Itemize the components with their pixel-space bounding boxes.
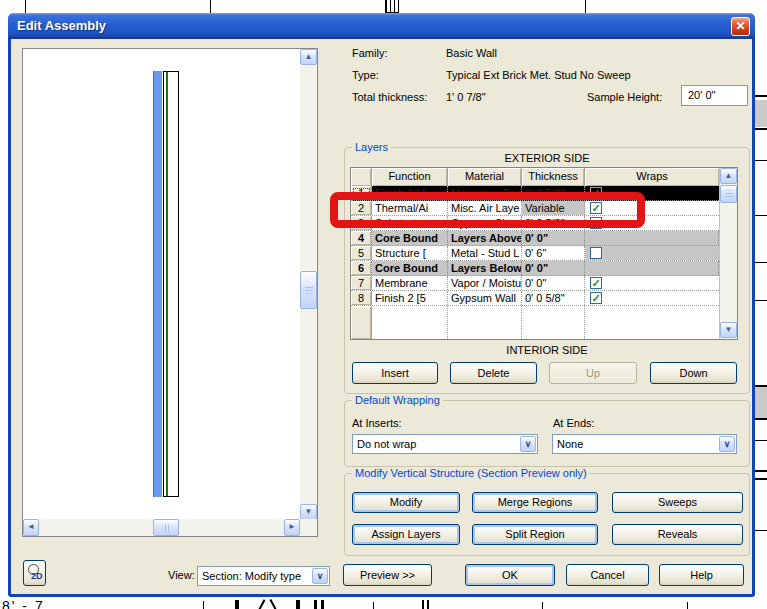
layer-row[interactable]: 4Core BoundLayers Above0' 0" <box>351 231 719 246</box>
material-cell[interactable]: Layers Above <box>448 231 522 245</box>
sweeps-button[interactable]: Sweeps <box>612 492 743 513</box>
background-symbol <box>385 0 399 13</box>
scroll-down-button[interactable]: ▼ <box>720 322 737 338</box>
scroll-thumb[interactable] <box>153 519 179 536</box>
modify-button[interactable]: Modify <box>352 492 460 513</box>
row-number-cell[interactable]: 6 <box>351 261 372 275</box>
scroll-up-button[interactable]: ▲ <box>720 168 737 184</box>
wraps-checkbox[interactable]: ✓ <box>590 277 602 289</box>
wall-layer-highlighted[interactable] <box>153 71 162 497</box>
view-dropdown[interactable]: Section: Modify type ∨ <box>197 566 330 586</box>
scroll-up-button[interactable]: ▲ <box>300 49 317 65</box>
insert-button[interactable]: Insert <box>352 362 438 384</box>
material-cell[interactable]: Gypsum Wall <box>448 291 522 305</box>
chevron-down-icon[interactable]: ∨ <box>719 436 735 452</box>
material-cell[interactable]: Metal - Stud L <box>448 246 522 260</box>
reveals-button[interactable]: Reveals <box>612 524 743 545</box>
titlebar[interactable]: Edit Assembly ✕ <box>8 13 755 39</box>
layer-row[interactable]: 8Finish 2 [5Gypsum Wall0' 0 5/8"✓ <box>351 291 719 306</box>
thickness-cell[interactable]: 0' 0 5/8" <box>522 291 585 305</box>
down-button[interactable]: Down <box>650 362 737 384</box>
header-thickness[interactable]: Thickness <box>522 168 585 186</box>
thickness-cell[interactable]: 0' 0" <box>522 231 585 245</box>
at-inserts-dropdown[interactable]: Do not wrap ∨ <box>352 434 538 454</box>
edit-assembly-dialog: Edit Assembly ✕ ▲ ▼ ◄ ► Famil <box>8 13 755 597</box>
wall-core-boundary-line <box>166 72 168 496</box>
layers-table-empty-area <box>351 306 719 339</box>
modify-vertical-label: Modify Vertical Structure (Section Previ… <box>352 467 590 479</box>
interior-side-label: INTERIOR SIDE <box>344 344 750 356</box>
header-wraps[interactable]: Wraps <box>585 168 719 186</box>
function-cell[interactable]: Finish 2 [5 <box>372 291 448 305</box>
close-icon: ✕ <box>735 19 745 33</box>
total-thickness-label: Total thickness: <box>352 91 427 103</box>
table-scrollbar[interactable]: ▲ ▼ <box>719 168 737 339</box>
wraps-cell[interactable]: ✓ <box>585 291 719 305</box>
ok-button[interactable]: OK <box>465 564 555 586</box>
thickness-cell[interactable]: 0' 0" <box>522 261 585 275</box>
scroll-down-icon: ▼ <box>725 325 733 334</box>
function-cell[interactable]: Core Bound <box>372 231 448 245</box>
layer-row[interactable]: 7MembraneVapor / Moistu0' 0"✓ <box>351 276 719 291</box>
wraps-cell[interactable] <box>585 246 719 260</box>
material-cell[interactable]: Vapor / Moistu <box>448 276 522 290</box>
at-inserts-label: At Inserts: <box>352 417 402 429</box>
layer-row[interactable]: 6Core BoundLayers Below0' 0" <box>351 261 719 276</box>
scroll-right-button[interactable]: ► <box>284 519 300 536</box>
preview-button[interactable]: Preview >> <box>343 564 432 586</box>
close-button[interactable]: ✕ <box>731 17 750 36</box>
preview-vertical-scrollbar[interactable]: ▲ ▼ <box>300 49 317 520</box>
wraps-checkbox[interactable] <box>590 247 602 259</box>
scroll-up-icon: ▲ <box>305 52 313 61</box>
wraps-cell[interactable]: ✓ <box>585 276 719 290</box>
at-ends-label: At Ends: <box>553 417 595 429</box>
scroll-thumb[interactable] <box>720 185 737 203</box>
split-region-button[interactable]: Split Region <box>472 524 598 545</box>
header-row-number[interactable] <box>351 168 372 186</box>
thickness-cell[interactable]: 0' 6" <box>522 246 585 260</box>
layer-row[interactable]: 5Structure [Metal - Stud L0' 6" <box>351 246 719 261</box>
background-band <box>755 100 767 127</box>
sample-height-input[interactable]: 20' 0" <box>681 85 748 106</box>
up-button[interactable]: Up <box>549 362 637 384</box>
wraps-cell[interactable] <box>585 261 719 275</box>
header-material[interactable]: Material <box>448 168 522 186</box>
thickness-cell[interactable]: 0' 0" <box>522 276 585 290</box>
assign-layers-button[interactable]: Assign Layers <box>352 524 460 545</box>
scroll-left-icon: ◄ <box>27 522 35 531</box>
scroll-down-icon: ▼ <box>305 507 313 516</box>
chevron-down-icon[interactable]: ∨ <box>520 436 536 452</box>
view-label: View: <box>168 569 195 581</box>
row-number-cell[interactable]: 7 <box>351 276 372 290</box>
delete-button[interactable]: Delete <box>450 362 537 384</box>
function-cell[interactable]: Membrane <box>372 276 448 290</box>
row-number-cell[interactable]: 8 <box>351 291 372 305</box>
header-function[interactable]: Function <box>372 168 448 186</box>
at-ends-dropdown[interactable]: None ∨ <box>552 434 737 454</box>
family-label: Family: <box>352 47 387 59</box>
scroll-down-button[interactable]: ▼ <box>300 504 317 520</box>
sample-height-label: Sample Height: <box>587 91 662 103</box>
layers-table-header: Function Material Thickness Wraps <box>351 168 719 186</box>
scroll-up-icon: ▲ <box>725 171 733 180</box>
wraps-checkbox[interactable]: ✓ <box>590 292 602 304</box>
chevron-down-icon[interactable]: ∨ <box>312 568 328 584</box>
scroll-left-button[interactable]: ◄ <box>23 519 39 536</box>
help-button[interactable]: Help <box>659 564 744 586</box>
wall-section-drawing[interactable] <box>163 71 179 497</box>
merge-regions-button[interactable]: Merge Regions <box>472 492 598 513</box>
function-cell[interactable]: Structure [ <box>372 246 448 260</box>
row-number-cell[interactable]: 5 <box>351 246 372 260</box>
wraps-cell[interactable] <box>585 231 719 245</box>
material-cell[interactable]: Layers Below <box>448 261 522 275</box>
preview-horizontal-scrollbar[interactable]: ◄ ► <box>23 519 317 536</box>
cancel-button[interactable]: Cancel <box>566 564 649 586</box>
red-highlight-annotation <box>330 192 645 228</box>
preview-2d-toggle-button[interactable]: 2D <box>23 560 46 586</box>
function-cell[interactable]: Core Bound <box>372 261 448 275</box>
background-band <box>755 385 767 420</box>
scroll-thumb[interactable] <box>300 271 317 309</box>
wall-preview-pane[interactable]: ▲ ▼ ◄ ► <box>22 48 318 537</box>
row-number-cell[interactable]: 4 <box>351 231 372 245</box>
default-wrapping-label: Default Wrapping <box>352 394 443 406</box>
